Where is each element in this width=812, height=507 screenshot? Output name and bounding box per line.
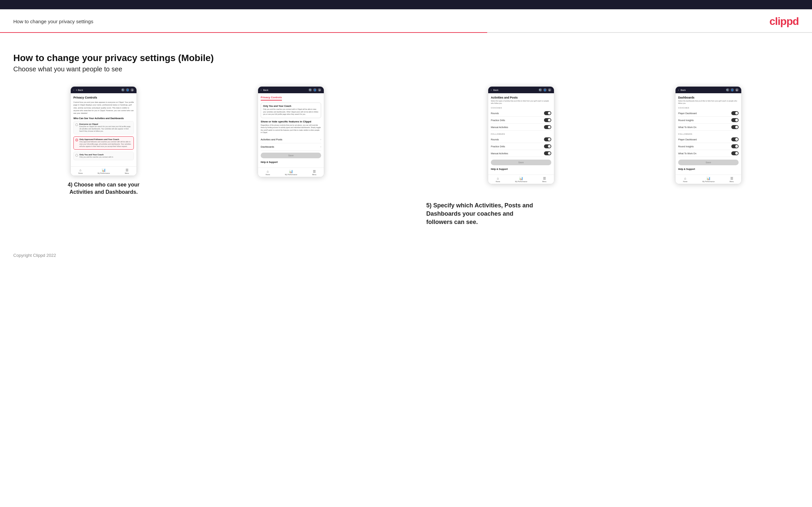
section-heading-1: Who Can See Your Activities and Dashboar… xyxy=(73,117,134,119)
chart-icon: 📊 xyxy=(102,168,106,172)
toggle-coaches-what-to-work: What To Work On xyxy=(678,124,739,131)
toggle-followers-manual-switch[interactable] xyxy=(544,151,551,155)
radio-approved[interactable]: Only Approved Followers and Your Coach O… xyxy=(73,136,134,150)
phone-bottom-nav-4: ⌂ Home 📊 My Performance ☰ Menu xyxy=(675,174,741,184)
phone-header-icons-1: 🔍 👤 ⚙ xyxy=(121,88,134,92)
caption-5: 5) Specify which Activities, Posts and D… xyxy=(426,202,539,227)
nav-home-2[interactable]: ⌂ Home xyxy=(266,170,270,175)
followers-label-4: FOLLOWERS xyxy=(678,133,739,135)
main-content: How to change your privacy settings (Mob… xyxy=(0,43,812,246)
arrow-row-label-dashboards: Dashboards xyxy=(261,145,274,148)
settings-icon-2[interactable]: ⚙ xyxy=(318,88,321,92)
toggle-coaches-drills: Practice Drills xyxy=(491,117,551,124)
nav-home-4[interactable]: ⌂ Home xyxy=(683,176,688,182)
nav-menu-4[interactable]: ☰ Menu xyxy=(730,176,734,182)
toggle-coaches-drills-switch[interactable] xyxy=(544,118,551,122)
nav-menu-2[interactable]: ☰ Menu xyxy=(312,170,316,175)
nav-performance-1[interactable]: 📊 My Performance xyxy=(98,168,110,174)
radio-everyone[interactable]: Everyone on Clippd Everyone on Clippd ca… xyxy=(73,121,134,134)
search-icon[interactable]: 🔍 xyxy=(121,88,124,92)
toggle-followers-insights-label: Round Insights xyxy=(678,145,694,148)
nav-performance-2[interactable]: 📊 My Performance xyxy=(285,170,297,175)
toggle-followers-manual: Manual Activities xyxy=(491,150,551,157)
toggle-coaches-drills-label: Practice Drills xyxy=(491,119,505,121)
help-support-2: Help & Support xyxy=(261,161,321,163)
captions-row: 5) Specify which Activities, Posts and D… xyxy=(13,196,799,227)
toggle-coaches-manual: Manual Activities xyxy=(491,124,551,131)
search-icon-2[interactable]: 🔍 xyxy=(309,88,312,92)
user-icon-3[interactable]: 👤 xyxy=(543,88,547,92)
radio-only-you[interactable]: Only You and Your Coach Only you and the… xyxy=(73,152,134,160)
search-icon-3[interactable]: 🔍 xyxy=(539,88,542,92)
radio-approved-desc: Only approved followers and coaches you … xyxy=(80,141,132,148)
arrow-row-dashboards[interactable]: Dashboards › xyxy=(261,143,321,151)
nav-menu-1[interactable]: ☰ Menu xyxy=(125,168,129,174)
phone-body-2: Privacy Controls Only You and Your Coach… xyxy=(258,93,324,168)
nav-home-1[interactable]: ⌂ Home xyxy=(79,168,83,174)
save-button-2[interactable]: Save xyxy=(261,153,321,158)
phone-header-icons-2: 🔍 👤 ⚙ xyxy=(309,88,321,92)
chart-icon-3: 📊 xyxy=(519,176,523,180)
toggle-followers-drills-switch[interactable] xyxy=(544,144,551,148)
toggle-coaches-rounds-switch[interactable] xyxy=(544,111,551,115)
search-icon-4[interactable]: 🔍 xyxy=(726,88,729,92)
arrow-row-activities[interactable]: Activities and Posts › xyxy=(261,136,321,143)
radio-approved-title: Only Approved Followers and Your Coach xyxy=(80,138,132,140)
toggle-followers-insights-switch[interactable] xyxy=(731,144,739,148)
phone-header-2: ‹ Back 🔍 👤 ⚙ xyxy=(258,87,324,93)
menu-icon-4: ☰ xyxy=(730,176,733,180)
show-hide-desc-2: Regardless of the privacy controls that … xyxy=(261,124,321,134)
nav-menu-3[interactable]: ☰ Menu xyxy=(542,176,547,182)
radio-only-you-title: Only You and Your Coach xyxy=(80,154,113,156)
phone-back-2[interactable]: ‹ Back xyxy=(261,89,268,91)
privacy-controls-desc-1: Control how you and your data appears to… xyxy=(73,101,134,114)
help-support-3: Help & Support xyxy=(491,168,551,170)
toggle-followers-drills: Practice Drills xyxy=(491,143,551,150)
header: How to change your privacy settings clip… xyxy=(0,9,812,32)
toggle-coaches-insights-switch[interactable] xyxy=(731,118,739,122)
user-icon-4[interactable]: 👤 xyxy=(731,88,734,92)
phone-bottom-nav-1: ⌂ Home 📊 My Performance ☰ Menu xyxy=(71,166,137,175)
privacy-tab-2[interactable]: Privacy Controls xyxy=(261,96,282,101)
toggle-followers-rounds-switch[interactable] xyxy=(544,137,551,142)
header-divider xyxy=(0,32,812,33)
user-icon-2[interactable]: 👤 xyxy=(313,88,316,92)
toggle-followers-drills-label: Practice Drills xyxy=(491,145,505,148)
toggle-followers-player-label: Player Dashboard xyxy=(678,138,697,141)
toggle-coaches-round-insights: Round Insights xyxy=(678,117,739,124)
settings-icon-4[interactable]: ⚙ xyxy=(735,88,739,92)
phone-back-4[interactable]: ‹ Back xyxy=(678,89,686,91)
toggle-coaches-rounds-label: Rounds xyxy=(491,112,499,114)
save-button-4[interactable]: Save xyxy=(678,160,739,165)
mockups-row: ‹ < Back 🔍 👤 ⚙ Privacy Controls Control … xyxy=(13,86,799,196)
phone-header-3: ‹ Back 🔍 👤 ⚙ xyxy=(488,87,554,93)
radio-everyone-desc: Everyone on Clippd can search for you an… xyxy=(80,125,132,132)
toggle-coaches-player-switch[interactable] xyxy=(731,111,739,115)
nav-performance-3[interactable]: 📊 My Performance xyxy=(515,176,527,182)
toggle-coaches-rounds: Rounds xyxy=(491,110,551,117)
radio-only-you-desc: Only you and the coaches you connect wit… xyxy=(80,156,113,158)
dashboards-desc-4: Select the dashboards that you'd like to… xyxy=(678,100,739,105)
toggle-coaches-player-label: Player Dashboard xyxy=(678,112,697,114)
toggle-coaches-manual-switch[interactable] xyxy=(544,125,551,129)
phone-bottom-nav-3: ⌂ Home 📊 My Performance ☰ Menu xyxy=(488,174,554,184)
toggle-followers-what-to-work: What To Work On xyxy=(678,150,739,157)
phone-back-3[interactable]: ‹ Back xyxy=(491,89,499,91)
nav-home-3[interactable]: ⌂ Home xyxy=(496,176,500,182)
save-button-3[interactable]: Save xyxy=(491,160,551,165)
radio-circle-only-you xyxy=(75,154,78,157)
phone-back-1[interactable]: ‹ < Back xyxy=(73,89,83,91)
settings-icon-3[interactable]: ⚙ xyxy=(548,88,551,92)
toggle-followers-rounds-label: Rounds xyxy=(491,138,499,141)
user-icon[interactable]: 👤 xyxy=(126,88,129,92)
radio-circle-approved xyxy=(75,139,78,142)
nav-performance-4[interactable]: 📊 My Performance xyxy=(702,176,715,182)
menu-icon-2: ☰ xyxy=(313,170,316,173)
toggle-followers-player-switch[interactable] xyxy=(731,137,739,142)
settings-icon[interactable]: ⚙ xyxy=(131,88,134,92)
menu-icon-3: ☰ xyxy=(543,176,546,180)
followers-label-3: FOLLOWERS xyxy=(491,133,551,135)
toggle-followers-work-switch[interactable] xyxy=(731,151,739,155)
toggle-followers-work-label: What To Work On xyxy=(678,152,697,155)
toggle-coaches-work-switch[interactable] xyxy=(731,125,739,129)
